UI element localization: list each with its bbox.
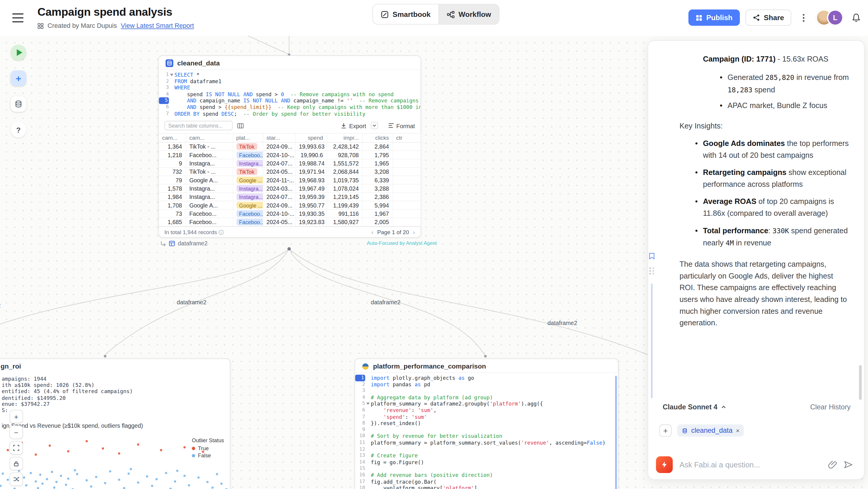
table-cell: 1,078,024 (327, 184, 362, 193)
table-cell: 2024-07... (263, 159, 296, 167)
fit-view-button[interactable] (9, 441, 23, 454)
clear-history-button[interactable]: Clear History (810, 403, 850, 411)
panel-drag-handle[interactable] (650, 267, 654, 274)
scatter-point (6, 479, 9, 481)
table-row[interactable]: 1,685Faceboo...Faceboo...2024-05...19,92… (159, 218, 421, 226)
column-header[interactable]: plat... (233, 133, 263, 142)
paragraph: The data shows that retargeting campaign… (679, 258, 849, 329)
fold-icon[interactable] (366, 403, 369, 405)
table-cell: 3,208 (362, 167, 393, 176)
question-icon: ? (16, 125, 21, 134)
panel-pin-icon[interactable] (649, 253, 655, 259)
scatter-point (202, 451, 204, 453)
scatter-point (67, 450, 69, 453)
avatar[interactable]: L (827, 9, 843, 26)
table-row[interactable]: 1,578Instagra...Instagra...2024-03...19,… (159, 184, 421, 193)
table-row[interactable]: 1,984Instagra...Instagra...2024-07...19,… (159, 193, 421, 201)
panel-scrollbar[interactable] (859, 365, 862, 400)
export-button[interactable]: Export (341, 122, 366, 129)
table-row[interactable]: 9Instagra...Instagra...2024-07...19,988.… (159, 159, 421, 167)
zoom-out-button[interactable]: − (9, 426, 23, 439)
node-campaign-roi[interactable]: gn_roi ampaigns: 1944ith ≥$10k spend: 10… (0, 359, 230, 489)
table-row[interactable]: 1,708Google A...Google ...2024-09...19,9… (159, 201, 421, 209)
table-row[interactable]: 732TikTok - ...TikTok2024-05...19,971.94… (159, 167, 421, 176)
remove-context-icon[interactable]: × (736, 427, 740, 434)
code-line: 7ORDER BY spend DESC; -- Order by spend … (159, 111, 421, 117)
node-platform-performance[interactable]: platform_performance_comparison 1import … (355, 359, 619, 489)
smart-report-link[interactable]: View Latest Smart Report (121, 23, 194, 29)
info-icon[interactable]: i (219, 230, 224, 235)
format-button[interactable]: Format (388, 122, 415, 129)
column-header[interactable]: spend (295, 133, 327, 142)
table-cell (393, 210, 421, 218)
sql-editor[interactable]: 1SELECT *2FROM dataframe13WHERE4 spend I… (159, 69, 421, 118)
code-line: 5 AND campaign_name IS NOT NULL AND camp… (159, 97, 421, 104)
python-editor[interactable]: 1import plotly.graph_objects as go2impor… (355, 372, 618, 489)
lock-button[interactable] (9, 457, 23, 470)
avatar-group[interactable]: L (816, 9, 843, 26)
column-header[interactable]: cam... (186, 133, 233, 142)
model-selector[interactable]: Claude Sonnet 4 (662, 403, 726, 411)
editor-scrollbar[interactable] (615, 376, 617, 489)
scatter-point (118, 479, 121, 481)
add-cell-button[interactable]: + (11, 70, 26, 86)
scatter-point (39, 474, 41, 476)
table-row[interactable]: 1,218Faceboo...Faceboo...2024-10-...19,9… (159, 151, 421, 159)
prev-page-button[interactable]: ‹ (371, 229, 373, 236)
run-all-button[interactable] (11, 45, 26, 60)
table-row[interactable]: 1,364TikTok - ...TikTok2024-09...19,993.… (159, 142, 421, 151)
table-cell: 2024-05... (263, 218, 296, 226)
add-context-button[interactable]: + (659, 425, 672, 437)
zoom-in-button[interactable]: + (9, 410, 23, 423)
column-header[interactable]: ctr (393, 133, 421, 142)
tab-smartbook-label: Smartbook (393, 10, 430, 18)
more-options-button[interactable] (797, 9, 810, 26)
page-label: Page 1 of 20 (377, 229, 409, 235)
table-cell: 6,339 (362, 176, 393, 184)
chat-input[interactable] (679, 461, 822, 469)
send-button[interactable] (844, 460, 853, 469)
scatter-point (13, 488, 16, 489)
share-button[interactable]: Share (745, 9, 791, 26)
export-label: Export (349, 122, 366, 129)
tab-smartbook[interactable]: Smartbook (373, 4, 438, 24)
node-cleaned-data[interactable]: cleaned_data 1SELECT *2FROM dataframe13W… (158, 55, 421, 238)
table-cell: 1,551,572 (327, 159, 362, 167)
scatter-plot[interactable] (0, 429, 230, 489)
code-line: 4 spend IS NOT NULL AND spend > 0 -- Rem… (159, 91, 421, 97)
attach-button[interactable] (828, 460, 837, 469)
table-cell: 19,971.94 (295, 167, 327, 176)
publish-button[interactable]: Publish (688, 9, 740, 26)
scatter-point (34, 454, 37, 456)
sql-icon (165, 59, 173, 67)
table-row[interactable]: 73Faceboo...Faceboo...2024-10-...19,930.… (159, 210, 421, 218)
data-sources-button[interactable] (11, 96, 26, 112)
output-variable[interactable]: dataframe2 (160, 240, 208, 247)
table-cell: Faceboo... (233, 218, 263, 226)
scatter-point (51, 471, 53, 473)
menu-icon[interactable] (12, 13, 24, 22)
panel-resize-handle[interactable] (651, 283, 653, 398)
context-chip[interactable]: cleaned_data × (677, 425, 744, 437)
help-button[interactable]: ? (11, 122, 26, 137)
next-page-button[interactable]: › (413, 229, 415, 236)
scatter-point (74, 469, 76, 471)
column-header[interactable]: clicks (362, 133, 393, 142)
search-columns-input[interactable] (164, 121, 232, 130)
lock-icon (13, 460, 20, 467)
columns-icon[interactable] (237, 122, 244, 129)
insight-bullet: Total performance: 330K spend generated … (703, 225, 849, 249)
column-header[interactable]: star... (263, 133, 296, 142)
workflow-icon (447, 10, 455, 18)
shuffle-layout-button[interactable] (9, 472, 23, 486)
tab-workflow[interactable]: Workflow (438, 4, 499, 24)
created-by-label: Created by Marc Dupuis (48, 23, 117, 29)
canvas-toolbar: + ? (11, 45, 26, 137)
notifications-button[interactable] (849, 9, 864, 26)
table-row[interactable]: 79Google A...Google ...2024-11-...19,968… (159, 176, 421, 184)
column-header[interactable]: cam... (159, 133, 186, 142)
auto-focus-note: Auto-Focused by Analyst Agent (367, 240, 437, 246)
column-header[interactable]: impr... (327, 133, 362, 142)
export-options-button[interactable] (371, 122, 378, 129)
fold-icon[interactable] (170, 74, 173, 76)
